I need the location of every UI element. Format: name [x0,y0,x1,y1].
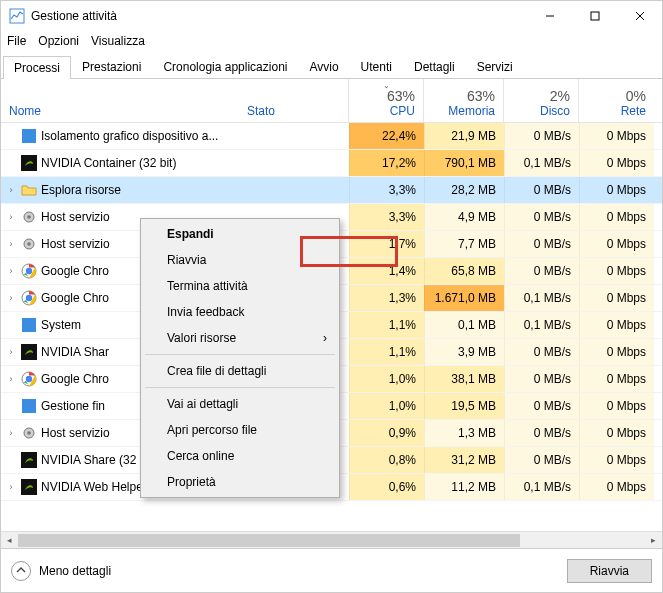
col-disk[interactable]: 2% Disco [504,79,579,122]
process-name: Host servizio [41,426,110,440]
cell-cpu: 0,9% [349,420,424,446]
col-state[interactable]: Stato [239,79,349,122]
process-name: Google Chro [41,264,109,278]
process-name: NVIDIA Shar [41,345,109,359]
cell-network: 0 Mbps [579,285,654,311]
cell-memory: 19,5 MB [424,393,504,419]
process-name: Isolamento grafico dispositivo a... [41,129,218,143]
maximize-button[interactable] [572,1,617,31]
svg-point-12 [26,268,32,274]
sort-indicator-icon: ⌄ [383,81,390,90]
svg-point-21 [27,431,31,435]
cell-cpu: 1,1% [349,339,424,365]
expand-icon[interactable]: › [5,185,17,195]
process-name: Host servizio [41,237,110,251]
tab-startup[interactable]: Avvio [298,55,349,78]
ctx-expand[interactable]: Espandi [143,221,337,247]
cell-cpu: 1,3% [349,285,424,311]
expand-icon[interactable]: › [5,347,17,357]
col-network[interactable]: 0% Rete [579,79,654,122]
tab-services[interactable]: Servizi [466,55,524,78]
col-memory[interactable]: 63% Memoria [424,79,504,122]
cell-disk: 0 MB/s [504,447,579,473]
expand-icon[interactable]: › [5,212,17,222]
expand-icon[interactable]: › [5,293,17,303]
process-icon [21,209,37,225]
process-icon [21,128,37,144]
table-row[interactable]: Isolamento grafico dispositivo a...22,4%… [1,123,662,150]
menu-file[interactable]: File [7,34,26,48]
tab-apphistory[interactable]: Cronologia applicazioni [152,55,298,78]
svg-point-10 [27,242,31,246]
context-menu: Espandi Riavvia Termina attività Invia f… [140,218,340,498]
cell-cpu: 3,3% [349,177,424,203]
cell-network: 0 Mbps [579,123,654,149]
minimize-button[interactable] [527,1,572,31]
cell-disk: 0 MB/s [504,420,579,446]
cell-cpu: 3,3% [349,204,424,230]
menu-view[interactable]: Visualizza [91,34,145,48]
fewer-details-icon[interactable] [11,561,31,581]
close-button[interactable] [617,1,662,31]
cell-memory: 4,9 MB [424,204,504,230]
expand-icon[interactable]: › [5,239,17,249]
tab-performance[interactable]: Prestazioni [71,55,152,78]
horizontal-scrollbar[interactable]: ◂ ▸ [1,531,662,548]
table-row[interactable]: ›Esplora risorse3,3%28,2 MB0 MB/s0 Mbps [1,177,662,204]
svg-rect-5 [22,129,36,143]
table-row[interactable]: NVIDIA Container (32 bit)17,2%790,1 MB0,… [1,150,662,177]
cell-memory: 1,3 MB [424,420,504,446]
cell-cpu: 1,1% [349,312,424,338]
expand-icon[interactable]: › [5,428,17,438]
cell-disk: 0,1 MB/s [504,312,579,338]
col-cpu[interactable]: ⌄ 63% CPU [349,79,424,122]
process-icon [21,317,37,333]
restart-button[interactable]: Riavvia [567,559,652,583]
cell-disk: 0,1 MB/s [504,474,579,500]
expand-icon[interactable]: › [5,266,17,276]
process-icon [21,452,37,468]
ctx-end-task[interactable]: Termina attività [143,273,337,299]
cell-disk: 0 MB/s [504,258,579,284]
app-icon [9,8,25,24]
tab-processes[interactable]: Processi [3,56,71,79]
cell-network: 0 Mbps [579,177,654,203]
cell-memory: 1.671,0 MB [424,285,504,311]
ctx-search-online[interactable]: Cerca online [143,443,337,469]
ctx-feedback[interactable]: Invia feedback [143,299,337,325]
ctx-restart[interactable]: Riavvia [143,247,337,273]
svg-point-8 [27,215,31,219]
cell-network: 0 Mbps [579,474,654,500]
cell-memory: 38,1 MB [424,366,504,392]
cell-network: 0 Mbps [579,258,654,284]
ctx-open-location[interactable]: Apri percorso file [143,417,337,443]
fewer-details-link[interactable]: Meno dettagli [39,564,111,578]
expand-icon[interactable]: › [5,374,17,384]
scroll-track[interactable] [18,532,645,548]
cell-disk: 0 MB/s [504,339,579,365]
tab-users[interactable]: Utenti [350,55,403,78]
cell-cpu: 0,8% [349,447,424,473]
col-name[interactable]: Nome [1,79,239,122]
cell-memory: 7,7 MB [424,231,504,257]
ctx-resource-values[interactable]: Valori risorse [143,325,337,351]
process-name: Google Chro [41,291,109,305]
cell-network: 0 Mbps [579,312,654,338]
ctx-create-dump[interactable]: Crea file di dettagli [143,358,337,384]
cell-memory: 3,9 MB [424,339,504,365]
menu-options[interactable]: Opzioni [38,34,79,48]
ctx-properties[interactable]: Proprietà [143,469,337,495]
process-name: Gestione fin [41,399,105,413]
process-icon [21,236,37,252]
process-icon [21,425,37,441]
scroll-right-icon[interactable]: ▸ [645,532,662,549]
cell-network: 0 Mbps [579,420,654,446]
process-icon [21,263,37,279]
scroll-thumb[interactable] [18,534,520,547]
expand-icon[interactable]: › [5,482,17,492]
process-icon [21,290,37,306]
process-name: Esplora risorse [41,183,121,197]
scroll-left-icon[interactable]: ◂ [1,532,18,549]
ctx-goto-details[interactable]: Vai ai dettagli [143,391,337,417]
tab-details[interactable]: Dettagli [403,55,466,78]
